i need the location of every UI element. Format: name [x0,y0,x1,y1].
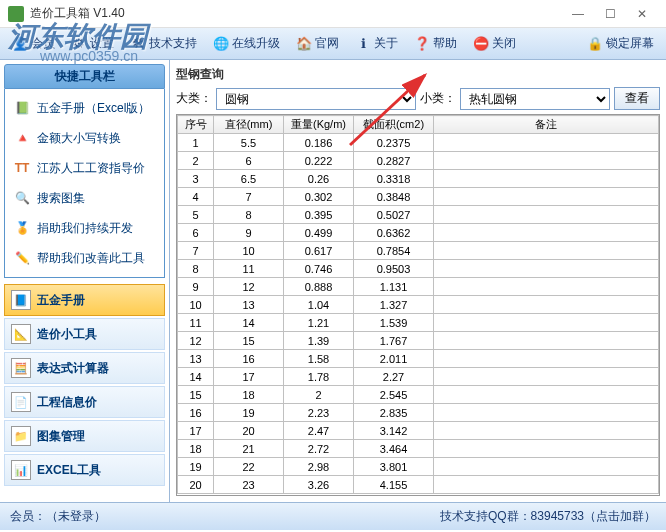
col-header[interactable]: 序号 [178,116,214,134]
subcategory-label: 小类： [420,90,456,107]
shortcut-jiangsu-wage[interactable]: TT江苏人工工资指导价 [9,153,160,183]
about-button[interactable]: ℹ关于 [348,32,405,55]
edit-icon: ✏️ [13,249,31,267]
shortcut-improve[interactable]: ✏️帮助我们改善此工具 [9,243,160,273]
search-icon: 🔍 [13,189,31,207]
info-icon: ℹ [355,36,371,52]
person-icon: 👤 [12,36,28,52]
help-button[interactable]: ❓帮助 [407,32,464,55]
table-row[interactable]: 470.3020.3848 [178,188,659,206]
nav-calculator[interactable]: 🧮表达式计算器 [4,352,165,384]
excel2-icon: 📊 [11,460,31,480]
folder-icon: 📁 [11,426,31,446]
table-row[interactable]: 10131.041.327 [178,296,659,314]
shortcut-amount-convert[interactable]: 🔺金额大小写转换 [9,123,160,153]
table-row[interactable]: 19222.983.801 [178,458,659,476]
col-header[interactable]: 重量(Kg/m) [284,116,354,134]
shortcut-panel-title: 快捷工具栏 [4,64,165,89]
nav-hardware-manual[interactable]: 📘五金手册 [4,284,165,316]
table-row[interactable]: 260.2220.2827 [178,152,659,170]
shortcut-list: 📗五金手册（Excel版） 🔺金额大小写转换 TT江苏人工工资指导价 🔍搜索图集… [4,89,165,278]
app-icon [8,6,24,22]
table-row[interactable]: 11141.211.539 [178,314,659,332]
content-area: 型钢查询 大类： 圆钢 小类： 热轧圆钢 查看 序号直径(mm)重量(Kg/m)… [170,60,666,502]
table-row[interactable]: 8110.7460.9503 [178,260,659,278]
ruler-icon: 📐 [11,324,31,344]
maximize-button[interactable]: ☐ [594,3,626,25]
donate-icon: 🏅 [13,219,31,237]
category-label: 大类： [176,90,212,107]
filter-bar: 大类： 圆钢 小类： 热轧圆钢 查看 [176,87,660,110]
sidebar: 快捷工具栏 📗五金手册（Excel版） 🔺金额大小写转换 TT江苏人工工资指导价… [0,60,170,502]
home-icon: 🏠 [296,36,312,52]
window-title: 造价工具箱 V1.40 [30,5,562,22]
table-row[interactable]: 580.3950.5027 [178,206,659,224]
table-row[interactable]: 16192.232.835 [178,404,659,422]
col-header[interactable]: 截面积(cm2) [354,116,434,134]
qq-group-link[interactable]: 技术支持QQ群：83945733（点击加群） [440,508,656,525]
close-app-button[interactable]: ⛔关闭 [466,32,523,55]
support-icon: 🛠 [130,36,146,52]
table-row[interactable]: 690.4990.6362 [178,224,659,242]
data-table-container[interactable]: 序号直径(mm)重量(Kg/m)截面积(cm2)备注 15.50.1860.23… [176,114,660,496]
nav-atlas-manage[interactable]: 📁图集管理 [4,420,165,452]
table-row[interactable]: 12151.391.767 [178,332,659,350]
data-table: 序号直径(mm)重量(Kg/m)截面积(cm2)备注 15.50.1860.23… [177,115,659,494]
titlebar: 造价工具箱 V1.40 — ☐ ✕ [0,0,666,28]
table-row[interactable]: 7100.6170.7854 [178,242,659,260]
nav-list: 📘五金手册 📐造价小工具 🧮表达式计算器 📄工程信息价 📁图集管理 📊EXCEL… [4,284,165,486]
table-row[interactable]: 9120.8881.131 [178,278,659,296]
upgrade-button[interactable]: 🌐在线升级 [206,32,287,55]
nav-excel-tools[interactable]: 📊EXCEL工具 [4,454,165,486]
help-icon: ❓ [414,36,430,52]
table-row[interactable]: 20233.264.155 [178,476,659,494]
techsupport-button[interactable]: 🛠技术支持 [123,32,204,55]
table-row[interactable]: 15.50.1860.2375 [178,134,659,152]
gear-icon: ⚙ [71,36,87,52]
calc-icon: 🧮 [11,358,31,378]
statusbar: 会员：（未登录） 技术支持QQ群：83945733（点击加群） [0,502,666,530]
convert-icon: 🔺 [13,129,31,147]
toolbar: 👤会员 ⚙设置 🛠技术支持 🌐在线升级 🏠官网 ℹ关于 ❓帮助 ⛔关闭 🔒锁定屏… [0,28,666,60]
website-button[interactable]: 🏠官网 [289,32,346,55]
nav-cost-tools[interactable]: 📐造价小工具 [4,318,165,350]
table-row[interactable]: 17202.473.142 [178,422,659,440]
query-title: 型钢查询 [176,66,660,83]
excel-icon: 📗 [13,99,31,117]
shortcut-hardware-manual[interactable]: 📗五金手册（Excel版） [9,93,160,123]
settings-button[interactable]: ⚙设置 [64,32,121,55]
shortcut-search-atlas[interactable]: 🔍搜索图集 [9,183,160,213]
text-icon: TT [13,159,31,177]
book-icon: 📘 [11,290,31,310]
close-icon: ⛔ [473,36,489,52]
lock-icon: 🔒 [587,36,603,52]
lock-button[interactable]: 🔒锁定屏幕 [580,32,661,55]
shortcut-donate[interactable]: 🏅捐助我们持续开发 [9,213,160,243]
table-row[interactable]: 14171.782.27 [178,368,659,386]
col-header[interactable]: 直径(mm) [214,116,284,134]
member-button[interactable]: 👤会员 [5,32,62,55]
table-row[interactable]: 18212.723.464 [178,440,659,458]
member-status: 会员：（未登录） [10,508,106,525]
view-button[interactable]: 查看 [614,87,660,110]
col-header[interactable]: 备注 [434,116,659,134]
nav-price-info[interactable]: 📄工程信息价 [4,386,165,418]
globe-icon: 🌐 [213,36,229,52]
subcategory-select[interactable]: 热轧圆钢 [460,88,610,110]
sheet-icon: 📄 [11,392,31,412]
table-row[interactable]: 36.50.260.3318 [178,170,659,188]
table-row[interactable]: 13161.582.011 [178,350,659,368]
minimize-button[interactable]: — [562,3,594,25]
close-button[interactable]: ✕ [626,3,658,25]
table-row[interactable]: 151822.545 [178,386,659,404]
category-select[interactable]: 圆钢 [216,88,416,110]
